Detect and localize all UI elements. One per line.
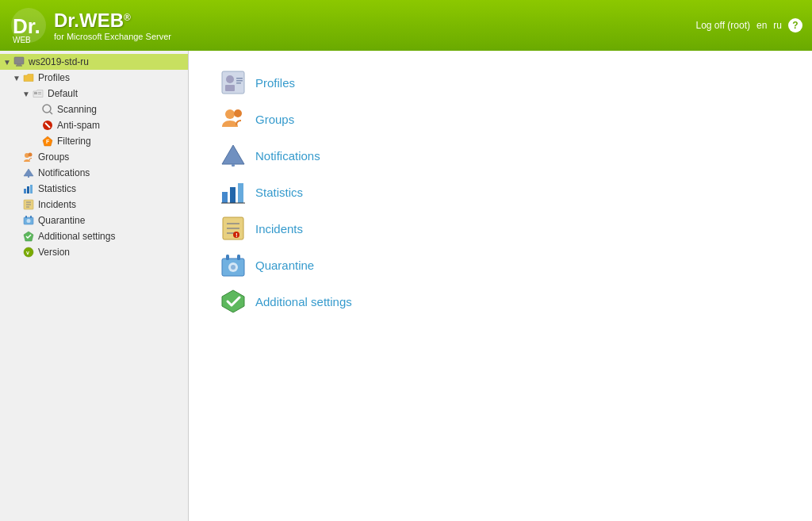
main-menu-groups[interactable]: Groups	[220, 103, 780, 135]
additional-settings-label: Additional settings	[38, 231, 115, 242]
svg-rect-8	[38, 94, 41, 94]
quarantine-icon	[22, 214, 35, 227]
sidebar: ▼ ws2019-std-ru ▼ Profiles ▼	[0, 51, 189, 521]
svg-text:v: v	[26, 250, 29, 255]
sidebar-item-additional-settings[interactable]: Additional settings	[0, 228, 188, 244]
incidents-menu-icon: !	[220, 216, 246, 241]
main-menu-grid: Profiles Groups	[220, 67, 780, 317]
svg-rect-19	[24, 189, 26, 193]
additional-settings-menu-icon	[220, 289, 246, 314]
groups-menu-icon	[220, 106, 246, 132]
svg-rect-18	[28, 176, 29, 178]
sidebar-item-groups[interactable]: Groups	[0, 149, 188, 165]
svg-text:F: F	[46, 139, 50, 144]
svg-marker-41	[222, 145, 244, 164]
quarantine-menu-label: Quarantine	[255, 259, 314, 272]
antispam-icon	[41, 119, 54, 132]
sidebar-item-filtering[interactable]: F Filtering	[0, 133, 188, 149]
quarantine-menu-icon	[220, 252, 246, 278]
sidebar-item-version[interactable]: v Version	[0, 244, 188, 260]
logo-dr: Dr.	[54, 10, 79, 31]
filtering-label: Filtering	[57, 136, 91, 147]
notifications-menu-label: Notifications	[255, 149, 320, 163]
server-icon	[13, 56, 25, 68]
svg-text:!: !	[236, 232, 238, 239]
sidebar-item-notifications[interactable]: Notifications	[0, 165, 188, 181]
main-menu-notifications[interactable]: Notifications	[220, 140, 780, 171]
profiles-menu-label: Profiles	[255, 76, 295, 90]
logo-drweb-text: Dr.WEB®	[54, 10, 171, 32]
statistics-label: Statistics	[38, 183, 76, 194]
main-content: Profiles Groups	[189, 51, 812, 521]
incidents-label: Incidents	[38, 199, 76, 210]
svg-rect-44	[230, 187, 236, 203]
svg-point-16	[29, 153, 33, 157]
logoff-link[interactable]: Log off (root)	[695, 20, 749, 31]
profiles-toggle: ▼	[13, 74, 22, 82]
sidebar-item-profiles[interactable]: ▼ Profiles	[0, 70, 188, 86]
logo-reg: ®	[124, 12, 131, 23]
main-menu-statistics[interactable]: Statistics	[220, 176, 780, 208]
sidebar-item-server[interactable]: ▼ ws2019-std-ru	[0, 54, 188, 70]
svg-point-55	[231, 265, 236, 270]
svg-rect-56	[226, 255, 229, 260]
sidebar-item-antispam[interactable]: Anti-spam	[0, 117, 188, 133]
scanning-icon	[41, 103, 54, 116]
sidebar-item-scanning[interactable]: Scanning	[0, 102, 188, 117]
lang-ru-link[interactable]: ru	[773, 20, 782, 31]
svg-rect-29	[30, 216, 32, 218]
incidents-menu-label: Incidents	[255, 222, 303, 236]
quarantine-label: Quarantine	[38, 215, 85, 226]
layout: ▼ ws2019-std-ru ▼ Profiles ▼	[0, 51, 812, 521]
groups-icon	[22, 151, 35, 163]
drweb-logo-icon: Dr. WEB	[10, 6, 48, 44]
main-menu-incidents[interactable]: ! Incidents	[220, 213, 780, 244]
svg-rect-5	[16, 66, 22, 67]
svg-rect-43	[222, 192, 228, 203]
profiles-folder-icon	[22, 71, 35, 84]
svg-rect-45	[238, 183, 243, 203]
additional-settings-menu-label: Additional settings	[255, 295, 352, 308]
svg-rect-6	[34, 92, 37, 94]
notifications-label: Notifications	[38, 167, 90, 178]
svg-rect-35	[225, 85, 235, 91]
sidebar-item-default[interactable]: ▼ Default	[0, 86, 188, 102]
profiles-menu-icon	[220, 70, 246, 95]
svg-rect-3	[14, 57, 24, 64]
default-folder-icon	[32, 87, 44, 100]
main-menu-quarantine[interactable]: Quarantine	[220, 249, 780, 281]
notifications-icon	[22, 167, 35, 179]
default-label: Default	[48, 88, 78, 99]
statistics-menu-label: Statistics	[255, 186, 303, 199]
main-menu-additional-settings[interactable]: Additional settings	[220, 285, 780, 317]
default-toggle: ▼	[22, 90, 32, 98]
svg-point-9	[43, 105, 51, 113]
statistics-icon	[22, 182, 35, 195]
groups-label: Groups	[38, 151, 69, 163]
svg-rect-7	[38, 92, 41, 93]
sidebar-item-quarantine[interactable]: Quarantine	[0, 213, 188, 228]
logo-subtitle: for Microsoft Exchange Server	[54, 32, 171, 41]
svg-point-39	[225, 109, 235, 119]
svg-rect-20	[27, 186, 29, 193]
svg-point-34	[226, 75, 234, 83]
notifications-menu-icon	[220, 143, 246, 168]
version-icon: v	[22, 246, 35, 259]
header-right: Log off (root) en ru ?	[695, 18, 802, 33]
svg-rect-38	[236, 82, 241, 84]
main-menu-profiles[interactable]: Profiles	[220, 67, 780, 98]
svg-marker-17	[24, 169, 33, 176]
svg-rect-57	[237, 255, 240, 260]
svg-point-40	[234, 109, 242, 117]
lang-en-link[interactable]: en	[756, 20, 767, 31]
help-icon[interactable]: ?	[788, 18, 802, 33]
server-toggle: ▼	[3, 58, 13, 67]
logo-web: WEB	[79, 10, 124, 31]
incidents-icon	[22, 198, 35, 211]
svg-rect-36	[236, 78, 243, 79]
svg-line-10	[50, 112, 52, 114]
sidebar-item-statistics[interactable]: Statistics	[0, 181, 188, 197]
svg-rect-28	[25, 216, 27, 218]
version-label: Version	[38, 247, 70, 258]
sidebar-item-incidents[interactable]: Incidents	[0, 197, 188, 213]
